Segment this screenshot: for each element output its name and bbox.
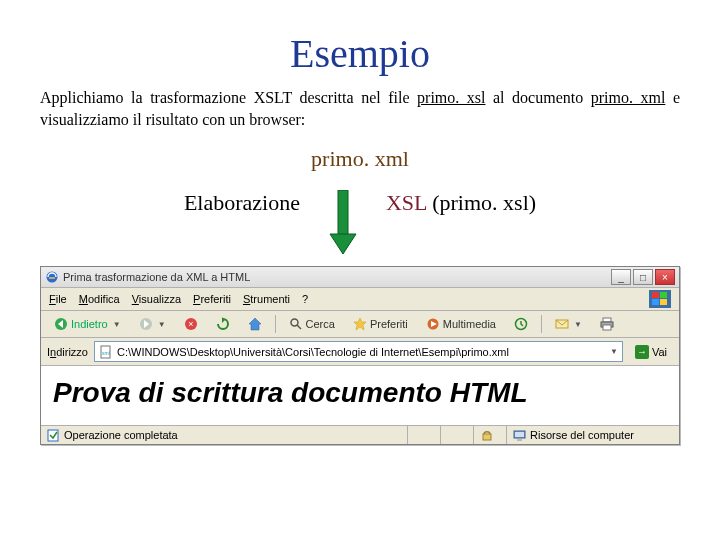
window-maximize-button[interactable]: □ [633,269,653,285]
status-zone-text: Risorse del computer [530,429,634,441]
forward-button[interactable]: ▼ [132,314,173,334]
home-icon [248,317,262,331]
history-button[interactable] [507,314,535,334]
home-button[interactable] [241,314,269,334]
menu-bar: File Modifica Visualizza Preferiti Strum… [41,288,679,311]
svg-rect-3 [652,292,659,298]
toolbar: Indietro ▼ ▼ × [41,311,679,338]
print-icon [600,317,614,331]
star-icon [353,317,367,331]
address-value: C:\WINDOWS\Desktop\Università\Corsi\Tecn… [117,346,604,358]
toolbar-separator [275,315,276,333]
search-button[interactable]: Cerca [282,314,342,334]
address-label: Indirizzo [47,346,88,358]
xsl-label: XSL [386,190,427,215]
ie-icon [45,270,59,284]
back-label: Indietro [71,318,108,330]
svg-rect-0 [338,190,348,236]
browser-window: Prima trasformazione da XML a HTML _ □ ×… [40,266,680,445]
menu-file[interactable]: File [49,293,67,305]
search-label: Cerca [306,318,335,330]
svg-rect-22 [603,318,611,322]
print-button[interactable] [593,314,621,334]
toolbar-separator [541,315,542,333]
svg-point-15 [291,319,298,326]
dropdown-icon[interactable]: ▼ [610,347,618,356]
refresh-icon [216,317,230,331]
input-file-label: primo. xml [40,146,680,172]
address-input[interactable]: xml C:\WINDOWS\Desktop\Università\Corsi\… [94,341,623,362]
menu-modifica[interactable]: Modifica [79,293,120,305]
multimedia-label: Multimedia [443,318,496,330]
go-button[interactable]: → Vai [629,344,673,360]
body-part-2: al documento [485,89,590,106]
stop-button[interactable]: × [177,314,205,334]
slide-title: Esempio [40,30,680,77]
svg-rect-31 [517,439,522,441]
mail-icon [555,317,569,331]
svg-marker-13 [222,317,225,323]
favorites-button[interactable]: Preferiti [346,314,415,334]
svg-rect-6 [660,299,667,305]
search-icon [289,317,303,331]
back-button[interactable]: Indietro ▼ [47,314,128,334]
refresh-button[interactable] [209,314,237,334]
lock-icon [480,429,493,442]
link-primo-xml[interactable]: primo. xml [591,89,666,106]
svg-marker-14 [249,318,261,330]
body-part-1: Applichiamo la trasformazione XSLT descr… [40,89,417,106]
go-label: Vai [652,346,667,358]
xsl-label-group: XSL (primo. xsl) [386,190,536,216]
svg-line-16 [297,325,301,329]
done-icon [47,429,60,442]
svg-rect-30 [515,432,524,437]
favorites-label: Preferiti [370,318,408,330]
page-content: Prova di scrittura documento HTML [41,366,679,425]
history-icon [514,317,528,331]
svg-rect-28 [483,434,491,440]
media-icon [426,317,440,331]
menu-help[interactable]: ? [302,293,308,305]
computer-icon [513,429,526,442]
svg-rect-5 [652,299,659,305]
xsl-file-label: (primo. xsl) [432,190,536,215]
menu-visualizza[interactable]: Visualizza [132,293,181,305]
svg-marker-1 [330,234,356,254]
mail-button[interactable]: ▼ [548,314,589,334]
dropdown-icon: ▼ [158,320,166,329]
window-titlebar: Prima trasformazione da XML a HTML _ □ × [41,267,679,288]
back-arrow-icon [54,317,68,331]
svg-text:xml: xml [102,350,110,356]
status-zone-cell: Risorse del computer [507,426,679,444]
status-done-cell: Operazione completata [41,426,408,444]
arrow-down-icon [328,190,358,260]
multimedia-button[interactable]: Multimedia [419,314,503,334]
menu-preferiti[interactable]: Preferiti [193,293,231,305]
window-minimize-button[interactable]: _ [611,269,631,285]
svg-rect-24 [603,325,611,330]
windows-flag-icon [649,290,671,308]
dropdown-icon: ▼ [113,320,121,329]
window-close-button[interactable]: × [655,269,675,285]
dropdown-icon: ▼ [574,320,582,329]
status-done-text: Operazione completata [64,429,178,441]
status-lock-cell [474,426,507,444]
slide-body: Applichiamo la trasformazione XSLT descr… [40,87,680,130]
link-primo-xsl[interactable]: primo. xsl [417,89,485,106]
stop-icon: × [184,317,198,331]
status-bar: Operazione completata Risorse del comput… [41,425,679,444]
address-bar: Indirizzo xml C:\WINDOWS\Desktop\Univers… [41,338,679,366]
svg-rect-4 [660,292,667,298]
forward-arrow-icon [139,317,153,331]
page-heading: Prova di scrittura documento HTML [53,377,667,409]
menu-strumenti[interactable]: Strumenti [243,293,290,305]
status-empty-cell-1 [408,426,441,444]
svg-marker-17 [354,318,366,330]
status-empty-cell-2 [441,426,474,444]
window-title: Prima trasformazione da XML a HTML [63,271,250,283]
elaboration-label: Elaborazione [184,190,300,216]
go-arrow-icon: → [635,345,649,359]
svg-text:×: × [188,319,193,329]
xml-file-icon: xml [99,345,113,359]
